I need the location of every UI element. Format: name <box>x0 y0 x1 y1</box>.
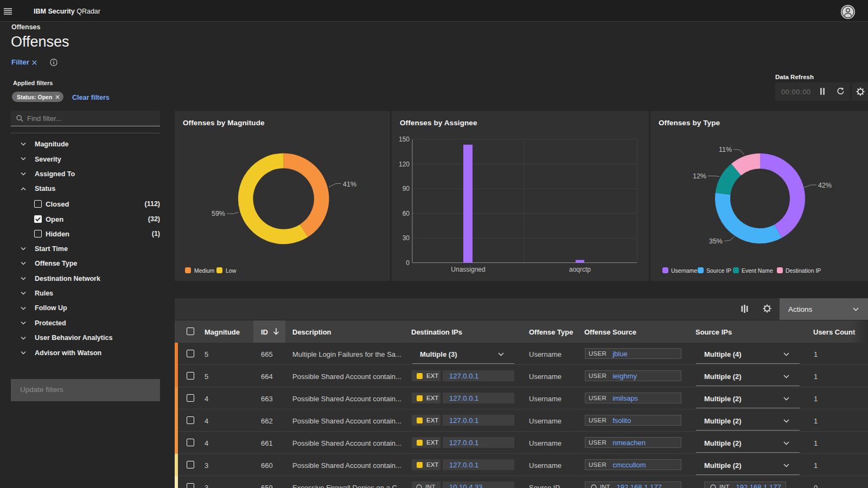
svg-text:42%: 42% <box>818 182 832 189</box>
svg-text:Destination IP: Destination IP <box>786 267 821 274</box>
svg-text:Username: Username <box>671 267 698 274</box>
svg-text:Source IP: Source IP <box>706 267 731 274</box>
svg-text:11%: 11% <box>719 146 732 153</box>
svg-text:120: 120 <box>399 160 410 168</box>
svg-text:60: 60 <box>403 210 410 217</box>
svg-text:90: 90 <box>403 185 410 192</box>
svg-text:12%: 12% <box>693 172 706 180</box>
svg-text:Unassigned: Unassigned <box>451 266 485 273</box>
svg-text:150: 150 <box>399 136 410 143</box>
svg-text:30: 30 <box>403 234 410 242</box>
svg-text:41%: 41% <box>343 181 356 188</box>
svg-text:59%: 59% <box>212 210 225 217</box>
svg-text:Low: Low <box>226 267 237 274</box>
svg-text:Medium: Medium <box>194 267 215 274</box>
svg-text:aoqrctp: aoqrctp <box>569 266 591 273</box>
svg-text:35%: 35% <box>709 237 723 245</box>
svg-text:Event Name: Event Name <box>742 267 773 274</box>
svg-text:0: 0 <box>406 259 410 267</box>
